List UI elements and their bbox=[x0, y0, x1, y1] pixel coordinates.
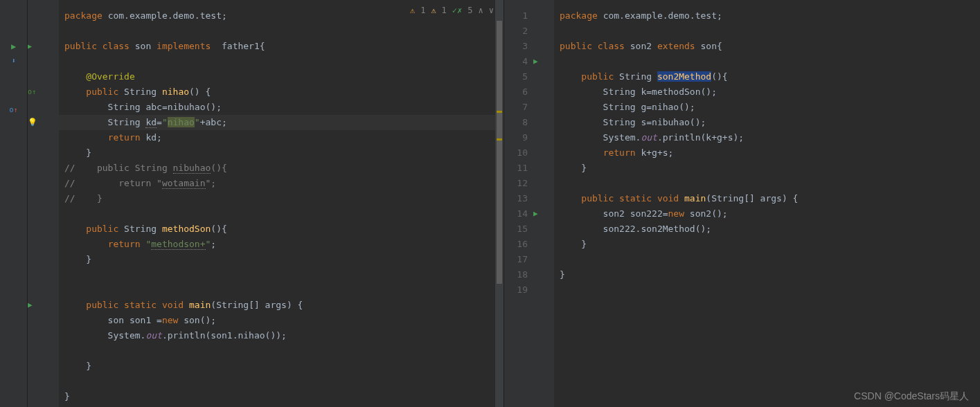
code-line[interactable]: return "methodson+"; bbox=[59, 237, 504, 252]
code-line[interactable]: // public String nibuhao(){ bbox=[59, 161, 504, 176]
typo-icon: ✓✗ bbox=[452, 6, 462, 15]
code-line[interactable]: return k+g+s; bbox=[554, 145, 980, 161]
line-number: 9 bbox=[508, 130, 528, 145]
chevron-down-icon[interactable]: ∨ bbox=[489, 6, 494, 15]
left-tool-gutter: ▶ ⬇ o↑ bbox=[0, 0, 28, 407]
run-icon[interactable]: ▶ bbox=[28, 298, 42, 313]
override-mix-icon[interactable]: o↑ bbox=[9, 106, 17, 114]
code-line[interactable]: } bbox=[554, 161, 980, 176]
right-editor-gutter[interactable]: ▶▶ bbox=[533, 0, 554, 407]
right-editor-pane: 12345678910111213141516171819 ▶▶ package… bbox=[504, 0, 980, 407]
code-line[interactable]: } bbox=[554, 237, 980, 252]
line-number: 1 bbox=[508, 8, 528, 24]
code-line[interactable]: } bbox=[59, 359, 504, 374]
line-number: 13 bbox=[508, 191, 528, 206]
scroll-marker bbox=[497, 111, 502, 113]
code-line[interactable]: String kd="nihao"+abc; bbox=[59, 115, 504, 130]
code-line[interactable]: String g=nihao(); bbox=[554, 100, 980, 115]
scroll-marker bbox=[497, 138, 502, 141]
run-icon[interactable]: ▶ bbox=[533, 206, 547, 221]
line-number: 2 bbox=[508, 24, 528, 39]
editor-container: ▶ ⬇ o↑ ⚠1 ⚠1 ✓✗5 ∧ ∨ ▶o↑💡▶ package com.e… bbox=[0, 0, 980, 407]
code-line[interactable]: public class son implements father1{ bbox=[59, 39, 504, 54]
code-line[interactable]: } bbox=[554, 267, 980, 282]
line-number: 10 bbox=[508, 145, 528, 161]
typo-count: 5 bbox=[467, 6, 472, 15]
code-line[interactable]: } bbox=[59, 252, 504, 267]
code-line[interactable]: public String methodSon(){ bbox=[59, 221, 504, 237]
code-line[interactable] bbox=[554, 282, 980, 298]
code-line[interactable] bbox=[59, 343, 504, 359]
code-line[interactable]: son2 son222=new son2(); bbox=[554, 206, 980, 221]
code-line[interactable]: public static void main(String[] args) { bbox=[59, 298, 504, 313]
line-number: 11 bbox=[508, 161, 528, 176]
code-line[interactable]: son son1 =new son(); bbox=[59, 313, 504, 328]
code-line[interactable] bbox=[59, 206, 504, 221]
override-icon[interactable]: o↑ bbox=[28, 84, 42, 100]
run-icon[interactable]: ▶ bbox=[533, 54, 547, 69]
intention-bulb-icon[interactable]: 💡 bbox=[28, 115, 42, 130]
run-implements-icon[interactable]: ▶ bbox=[28, 39, 42, 54]
code-line[interactable]: package com.example.demo.test; bbox=[554, 8, 980, 24]
left-editor-pane: ⚠1 ⚠1 ✓✗5 ∧ ∨ ▶o↑💡▶ package com.example.… bbox=[28, 0, 504, 407]
run-icon[interactable]: ▶ bbox=[11, 42, 16, 51]
code-line[interactable] bbox=[554, 176, 980, 191]
code-line[interactable]: // } bbox=[59, 191, 504, 206]
code-line[interactable]: System.out.println(k+g+s); bbox=[554, 130, 980, 145]
watermark: CSDN @CodeStars码星人 bbox=[854, 390, 969, 403]
right-line-numbers[interactable]: 12345678910111213141516171819 bbox=[504, 0, 533, 407]
code-line[interactable]: public String nihao() { bbox=[59, 84, 504, 100]
warning-count: 1 bbox=[420, 6, 425, 15]
code-line[interactable]: // return "wotamain"; bbox=[59, 176, 504, 191]
code-line[interactable] bbox=[554, 252, 980, 267]
left-code-area[interactable]: package com.example.demo.test;public cla… bbox=[59, 0, 504, 407]
weak-warning-count: 1 bbox=[442, 6, 447, 15]
line-number: 15 bbox=[508, 221, 528, 237]
chevron-up-icon[interactable]: ∧ bbox=[479, 6, 483, 15]
line-number: 4 bbox=[508, 54, 528, 69]
line-number: 14 bbox=[508, 206, 528, 221]
code-line[interactable] bbox=[59, 24, 504, 39]
line-number: 16 bbox=[508, 237, 528, 252]
line-number: 8 bbox=[508, 115, 528, 130]
code-line[interactable]: son222.son2Method(); bbox=[554, 221, 980, 237]
code-line[interactable]: String s=nibuhao(); bbox=[554, 115, 980, 130]
warning-icon: ⚠ bbox=[410, 6, 415, 15]
inspection-widget[interactable]: ⚠1 ⚠1 ✓✗5 ∧ ∨ bbox=[410, 6, 494, 15]
weak-warning-icon: ⚠ bbox=[431, 6, 436, 15]
code-line[interactable]: public static void main(String[] args) { bbox=[554, 191, 980, 206]
code-line[interactable]: } bbox=[59, 389, 504, 404]
code-line[interactable]: String abc=nibuhao(); bbox=[59, 100, 504, 115]
code-line[interactable]: } bbox=[59, 145, 504, 161]
code-line[interactable] bbox=[59, 267, 504, 282]
line-number: 17 bbox=[508, 252, 528, 267]
code-line[interactable]: public class son2 extends son{ bbox=[554, 39, 980, 54]
code-line[interactable] bbox=[59, 374, 504, 389]
line-number: 3 bbox=[508, 39, 528, 54]
code-line[interactable] bbox=[554, 54, 980, 69]
code-line[interactable]: String k=methodSon(); bbox=[554, 84, 980, 100]
scroll-thumb[interactable] bbox=[497, 21, 502, 284]
code-line[interactable] bbox=[554, 24, 980, 39]
line-number: 6 bbox=[508, 84, 528, 100]
code-line[interactable] bbox=[59, 282, 504, 298]
line-number: 19 bbox=[508, 282, 528, 298]
code-line[interactable]: @Override bbox=[59, 69, 504, 84]
code-line[interactable] bbox=[59, 54, 504, 69]
code-line[interactable]: public String son2Method(){ bbox=[554, 69, 980, 84]
code-line[interactable]: System.out.println(son1.nihao()); bbox=[59, 328, 504, 343]
line-number: 12 bbox=[508, 176, 528, 191]
right-code-area[interactable]: package com.example.demo.test;public cla… bbox=[554, 0, 980, 407]
left-scrollbar[interactable] bbox=[495, 0, 504, 407]
line-number: 18 bbox=[508, 267, 528, 282]
line-number: 5 bbox=[508, 69, 528, 84]
code-line[interactable]: return kd; bbox=[59, 130, 504, 145]
left-editor-gutter[interactable]: ▶o↑💡▶ bbox=[28, 0, 59, 407]
impl-down-icon[interactable]: ⬇ bbox=[11, 57, 15, 64]
line-number: 7 bbox=[508, 100, 528, 115]
